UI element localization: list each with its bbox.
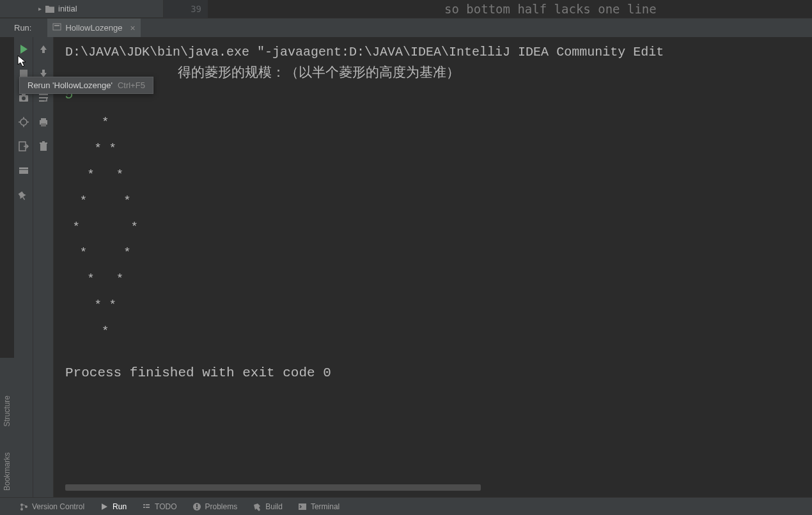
svg-rect-21: [40, 144, 47, 151]
rerun-button[interactable]: [17, 42, 31, 56]
svg-rect-17: [39, 100, 44, 102]
project-tree-strip: ▸ initial 39 so bottom half lacks one li…: [0, 0, 812, 18]
svg-rect-33: [196, 508, 198, 509]
tree-row-initial[interactable]: ▸ initial: [0, 4, 77, 13]
pin-icon[interactable]: [17, 188, 31, 202]
bookmarks-tool-button[interactable]: Bookmarks: [3, 452, 12, 491]
svg-point-6: [20, 119, 27, 125]
svg-rect-20: [41, 123, 46, 127]
svg-rect-16: [39, 97, 48, 98]
run-tool-body: D:\JAVA\JDK\bin\java.exe "-javaagent:D:\…: [14, 37, 812, 497]
svg-line-14: [22, 197, 24, 199]
svg-rect-4: [22, 94, 26, 96]
exit-message: Process finished with exit code 0: [65, 362, 804, 384]
horizontal-scrollbar[interactable]: [65, 484, 481, 491]
svg-point-25: [20, 508, 23, 511]
console-output[interactable]: D:\JAVA\JDK\bin\java.exe "-javaagent:D:\…: [54, 37, 812, 497]
version-control-button[interactable]: Version Control: [19, 502, 84, 511]
run-config-icon: [52, 22, 61, 33]
run-tab[interactable]: HollowLozenge ×: [47, 19, 140, 38]
trash-icon[interactable]: [36, 139, 51, 153]
svg-rect-19: [41, 118, 46, 121]
svg-rect-34: [299, 503, 306, 510]
run-label: Run:: [14, 23, 31, 33]
svg-rect-13: [19, 169, 28, 170]
run-toolbar-secondary: [33, 37, 54, 497]
tooltip: Rerun 'HollowLozenge' Ctrl+F5: [19, 77, 153, 94]
debug-icon[interactable]: [17, 115, 31, 129]
svg-rect-0: [53, 24, 61, 30]
layout-icon[interactable]: [17, 164, 31, 178]
terminal-button[interactable]: Terminal: [298, 502, 340, 511]
svg-rect-1: [54, 25, 59, 26]
user-input: 5: [65, 84, 804, 106]
svg-rect-12: [19, 167, 28, 174]
tooltip-shortcut: Ctrl+F5: [118, 81, 145, 90]
build-button[interactable]: Build: [253, 502, 283, 511]
line-number: 39: [191, 4, 201, 14]
svg-point-24: [20, 503, 23, 506]
svg-rect-29: [143, 507, 145, 508]
svg-point-5: [22, 96, 26, 100]
svg-rect-28: [146, 504, 150, 505]
problems-button[interactable]: Problems: [192, 502, 238, 511]
exit-icon[interactable]: [17, 139, 31, 153]
svg-rect-22: [40, 142, 47, 144]
diamond-output: * * * * * * * * * * * * * * * *: [65, 109, 804, 344]
run-button[interactable]: Run: [100, 502, 127, 511]
chevron-right-icon[interactable]: ▸: [38, 5, 42, 12]
up-arrow-icon[interactable]: [36, 42, 51, 56]
run-toolbar-primary: [14, 37, 33, 497]
svg-rect-15: [39, 94, 48, 95]
run-tool-header: Run: HollowLozenge ×: [0, 18, 812, 37]
folder-icon: [45, 5, 54, 13]
print-icon[interactable]: [36, 115, 51, 129]
left-tool-rail: Structure Bookmarks: [0, 358, 14, 497]
svg-rect-30: [146, 507, 150, 508]
tooltip-text: Rerun 'HollowLozenge': [27, 81, 113, 90]
structure-tool-button[interactable]: Structure: [3, 396, 12, 427]
run-tab-label: HollowLozenge: [65, 23, 122, 33]
svg-rect-27: [143, 504, 145, 505]
close-icon[interactable]: ×: [130, 23, 135, 33]
editor-gutter: 39: [163, 0, 208, 18]
bottom-tool-bar: Version Control Run TODO Problems Build …: [0, 497, 812, 515]
tree-item-label: initial: [58, 4, 77, 13]
program-prompt: xxxxxxxxxxxxxx得的菱形的规模：（以半个菱形的高度为基准）: [65, 63, 804, 84]
command-line: D:\JAVA\JDK\bin\java.exe "-javaagent:D:\…: [65, 42, 804, 63]
svg-rect-32: [196, 504, 198, 507]
todo-button[interactable]: TODO: [142, 502, 176, 511]
editor-content-peek: so bottom half lacks one line: [208, 0, 812, 18]
svg-rect-23: [42, 141, 45, 142]
